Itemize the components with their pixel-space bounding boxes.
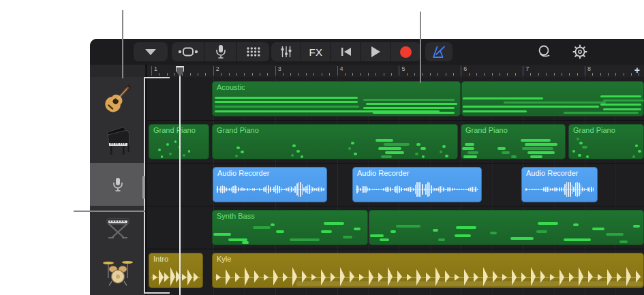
song-settings-button[interactable] (568, 42, 592, 61)
effects-button[interactable]: FX (301, 42, 331, 61)
midi-note (463, 106, 599, 108)
drum-hit-spike (235, 273, 240, 282)
drum-hit-spike (359, 274, 364, 281)
display-chevron-button[interactable] (134, 42, 168, 61)
waveform-bar (270, 187, 271, 192)
midi-note (635, 144, 638, 147)
midi-note (169, 153, 172, 155)
ruler-tick (453, 73, 454, 76)
midi-note (579, 142, 583, 144)
ruler-tick (492, 73, 493, 76)
waveform-bar (279, 186, 280, 193)
intro-region[interactable]: Intro (149, 253, 203, 288)
synth-bass-region[interactable]: Synth Bass (212, 210, 368, 245)
midi-note (343, 236, 352, 238)
waveform-bar (591, 187, 592, 192)
go-to-beginning-button[interactable] (331, 42, 361, 61)
ruler-tick (562, 73, 562, 76)
measure-number: 4 (340, 65, 343, 72)
garageband-window: FX 12345678+ AcousticGrand PianoGrand Pi… (90, 39, 644, 295)
loop-icon (536, 45, 553, 59)
waveform-bar (463, 189, 464, 190)
waveform-bar (228, 188, 229, 191)
vertical-scrollbar-thumb[interactable] (142, 176, 145, 199)
loop-browser-button[interactable] (533, 42, 556, 61)
waveform-bar (457, 189, 459, 190)
ruler-tick (608, 73, 609, 76)
midi-note (378, 147, 401, 150)
midi-note (420, 147, 426, 150)
time-ruler[interactable]: 12345678+ (147, 65, 644, 78)
audio-recorder-region[interactable]: Audio Recorder (521, 167, 598, 202)
waveform-bar (296, 183, 298, 196)
kyle-region[interactable]: Kyle (212, 253, 644, 288)
waveform-bar (232, 186, 234, 193)
drum-hit-spike (187, 269, 192, 285)
waveform-bar (418, 182, 420, 197)
toolbar: FX (90, 39, 644, 65)
waveform-bar (543, 187, 545, 191)
midi-note (215, 101, 358, 103)
instrument-grid-button[interactable] (237, 42, 269, 61)
synth-bass-track-region[interactable] (369, 210, 644, 245)
add-track-plus-button[interactable]: + (634, 65, 640, 76)
sliders-icon (280, 46, 292, 58)
track-headers (90, 77, 145, 295)
waveform-bar (413, 188, 414, 191)
mixer-button[interactable] (271, 42, 301, 61)
grand-piano-track-header[interactable] (90, 120, 145, 164)
track-controls-button[interactable] (172, 42, 204, 61)
drum-hit-spike (273, 269, 278, 285)
drum-hit-spike (617, 273, 622, 282)
midi-note (538, 222, 558, 225)
midi-note (242, 241, 249, 244)
waveform-bar (447, 187, 448, 191)
grand-piano-region[interactable]: Grand Piano (568, 124, 644, 159)
waveform-bar (445, 189, 446, 191)
waveform-bar (570, 182, 571, 197)
audio-recorder-region[interactable]: Audio Recorder (352, 167, 482, 202)
microphone-icon (215, 44, 226, 59)
midi-note (415, 153, 418, 155)
acoustic-guitar-track-region[interactable] (461, 81, 644, 117)
midi-note (354, 153, 357, 155)
audio-recorder-region[interactable]: Audio Recorder (213, 167, 327, 202)
midi-note (521, 139, 551, 142)
synth-bass-track-header[interactable] (90, 206, 145, 249)
ruler-tick (476, 73, 477, 76)
ruler-tick (422, 73, 423, 76)
waveform-bar (312, 187, 313, 191)
waveform-bar (234, 185, 236, 193)
audio-input-button[interactable] (204, 42, 237, 61)
region-label: Synth Bass (217, 212, 255, 220)
waveform-bar (300, 182, 301, 197)
keyboard-icon (102, 210, 134, 245)
midi-note (467, 151, 478, 154)
midi-note (241, 151, 244, 153)
play-button[interactable] (361, 42, 391, 61)
waveform-bar (534, 189, 536, 190)
record-button[interactable] (391, 42, 420, 61)
midi-note (366, 103, 457, 105)
audio-recorder-track-header[interactable] (90, 163, 145, 206)
playhead[interactable] (179, 73, 181, 295)
ruler-tick (159, 73, 159, 76)
midi-note (390, 230, 396, 233)
acoustic-region[interactable]: Acoustic (212, 81, 461, 117)
grand-piano-region[interactable]: Grand Piano (461, 124, 566, 159)
waveform-bar (374, 189, 375, 190)
grand-piano-region[interactable]: Grand Piano (212, 124, 458, 159)
waveform-bar (436, 188, 438, 191)
acoustic-guitar-track-header[interactable] (90, 77, 145, 121)
drummer-track-header[interactable] (90, 249, 145, 295)
measure-line (461, 66, 461, 76)
midi-note (463, 97, 543, 99)
midi-note (490, 232, 497, 234)
ruler-tick (167, 73, 168, 76)
waveform-bar (538, 189, 539, 191)
measure-number: 2 (216, 65, 219, 72)
midi-note (606, 233, 624, 236)
metronome-button[interactable] (425, 42, 453, 61)
midi-note (271, 223, 275, 226)
waveform-bar (268, 185, 269, 193)
